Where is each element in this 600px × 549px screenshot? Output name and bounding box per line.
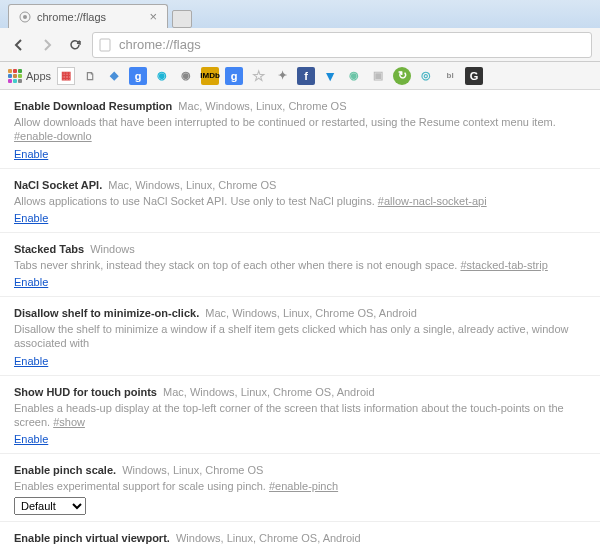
bookmark-icon[interactable]: ☆ <box>249 67 267 85</box>
flag-description: Disallow the shelf to minimize a window … <box>14 322 586 351</box>
close-icon[interactable]: × <box>149 9 157 24</box>
tab-strip: chrome://flags × <box>0 0 600 28</box>
flag-entry: Stacked Tabs WindowsTabs never shrink, i… <box>0 232 600 296</box>
flag-platforms: Mac, Windows, Linux, Chrome OS <box>175 100 346 112</box>
bookmark-icon[interactable]: ◉ <box>177 67 195 85</box>
address-text: chrome://flags <box>119 37 201 52</box>
bookmark-icon[interactable]: ◆ <box>105 67 123 85</box>
flag-entry: Enable Download Resumption Mac, Windows,… <box>0 90 600 168</box>
flag-hash-link[interactable]: #show <box>53 416 85 428</box>
flag-platforms: Mac, Windows, Linux, Chrome OS <box>105 179 276 191</box>
flag-title: Stacked Tabs <box>14 243 84 255</box>
tab-favicon <box>19 11 31 23</box>
page-icon <box>99 38 113 52</box>
enable-link[interactable]: Enable <box>14 276 48 288</box>
flag-entry: NaCl Socket API. Mac, Windows, Linux, Ch… <box>0 168 600 232</box>
flag-hash-link[interactable]: #enable-pinch <box>269 480 338 492</box>
tab-title: chrome://flags <box>37 11 106 23</box>
svg-point-1 <box>23 15 27 19</box>
enable-link[interactable]: Enable <box>14 433 48 445</box>
new-tab-button[interactable] <box>172 10 192 28</box>
flag-platforms: Mac, Windows, Linux, Chrome OS, Android <box>160 386 375 398</box>
bookmark-icon[interactable]: ✦ <box>273 67 291 85</box>
flag-hash-link[interactable]: #enable-downlo <box>14 130 92 142</box>
bookmark-icon[interactable]: bl <box>441 67 459 85</box>
apps-button[interactable]: Apps <box>8 69 51 83</box>
flag-hash-link[interactable]: #stacked-tab-strip <box>460 259 547 271</box>
reload-button[interactable] <box>64 34 86 56</box>
browser-tab[interactable]: chrome://flags × <box>8 4 168 28</box>
bookmark-icon[interactable]: g <box>129 67 147 85</box>
enable-link[interactable]: Enable <box>14 212 48 224</box>
flag-title: Enable pinch scale. <box>14 464 116 476</box>
flag-entry: Enable pinch scale. Windows, Linux, Chro… <box>0 453 600 520</box>
bookmark-icon[interactable]: 🗋 <box>81 67 99 85</box>
flag-title: Enable Download Resumption <box>14 100 172 112</box>
toolbar: chrome://flags <box>0 28 600 62</box>
flag-description: Tabs never shrink, instead they stack on… <box>14 258 586 272</box>
bookmark-icon[interactable]: ▼ <box>321 67 339 85</box>
flag-platforms: Mac, Windows, Linux, Chrome OS, Android <box>202 307 417 319</box>
flags-content: Enable Download Resumption Mac, Windows,… <box>0 90 600 549</box>
flag-title: Enable pinch virtual viewport. <box>14 532 170 544</box>
flag-title: Disallow shelf to minimize-on-click. <box>14 307 199 319</box>
flag-description: Allows applications to use NaCl Socket A… <box>14 194 586 208</box>
svg-rect-2 <box>100 39 110 51</box>
bookmark-icon[interactable]: ↻ <box>393 67 411 85</box>
flag-title: NaCl Socket API. <box>14 179 102 191</box>
flag-description: Allow downloads that have been interrupt… <box>14 115 586 144</box>
bookmark-icon[interactable]: ◎ <box>417 67 435 85</box>
apps-label: Apps <box>26 70 51 82</box>
flag-platforms: Windows, Linux, Chrome OS <box>119 464 263 476</box>
bookmark-icon[interactable]: ▣ <box>369 67 387 85</box>
forward-button[interactable] <box>36 34 58 56</box>
address-bar[interactable]: chrome://flags <box>92 32 592 58</box>
bookmark-icon[interactable]: ◉ <box>345 67 363 85</box>
bookmark-icon[interactable]: G <box>465 67 483 85</box>
flag-title: Show HUD for touch points <box>14 386 157 398</box>
bookmark-icon[interactable]: IMDb <box>201 67 219 85</box>
flag-description: Enables experimental support for scale u… <box>14 479 586 493</box>
flag-entry: Show HUD for touch points Mac, Windows, … <box>0 375 600 454</box>
bookmarks-bar: Apps ▦ 🗋 ◆ g ◉ ◉ IMDb g ☆ ✦ f ▼ ◉ ▣ ↻ ◎ … <box>0 62 600 90</box>
enable-link[interactable]: Enable <box>14 355 48 367</box>
apps-icon <box>8 69 22 83</box>
back-button[interactable] <box>8 34 30 56</box>
flag-hash-link[interactable]: #allow-nacl-socket-api <box>378 195 487 207</box>
bookmark-icon[interactable]: ◉ <box>153 67 171 85</box>
flag-platforms: Windows, Linux, Chrome OS, Android <box>173 532 361 544</box>
bookmark-icon[interactable]: f <box>297 67 315 85</box>
bookmark-icon[interactable]: g <box>225 67 243 85</box>
enable-link[interactable]: Enable <box>14 148 48 160</box>
flag-entry: Enable pinch virtual viewport. Windows, … <box>0 521 600 549</box>
bookmark-icon[interactable]: ▦ <box>57 67 75 85</box>
flag-entry: Disallow shelf to minimize-on-click. Mac… <box>0 296 600 375</box>
flag-description: Enables a heads-up display at the top-le… <box>14 401 586 430</box>
flag-platforms: Windows <box>87 243 135 255</box>
flag-select[interactable]: Default <box>14 497 86 515</box>
